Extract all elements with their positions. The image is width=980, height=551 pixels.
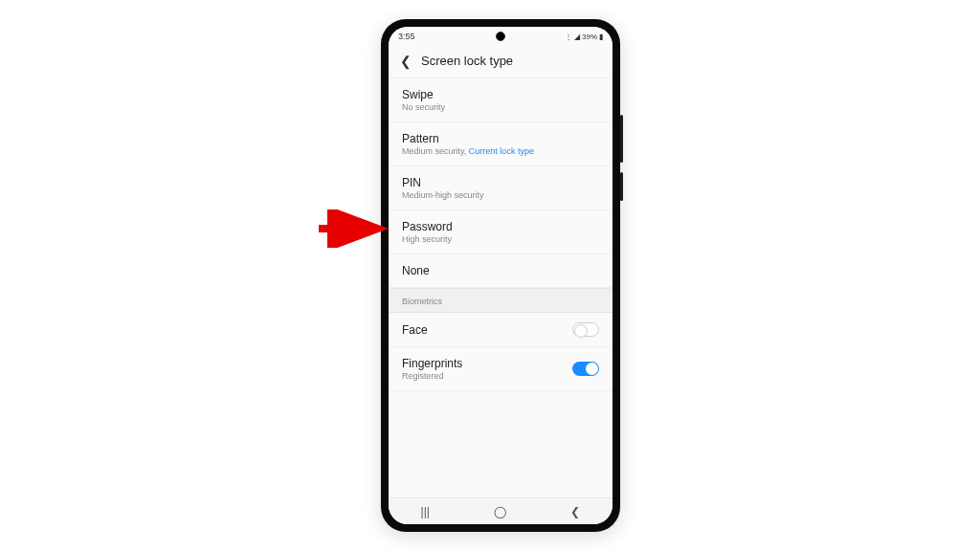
status-right: ⋮ ◢ 39% ▮ [565,33,603,41]
page-title: Screen lock type [421,54,513,68]
battery-icon: ▮ [599,33,603,41]
navigation-bar: ||| ◯ ❮ [389,497,612,524]
lock-option-none[interactable]: None [389,254,612,288]
fingerprints-toggle[interactable] [572,362,599,376]
phone-side-button [620,115,623,163]
phone-screen: 3:55 ⋮ ◢ 39% ▮ ❮ Screen lock type Swipe … [389,27,612,524]
battery-text: 39% [582,33,597,41]
item-title: None [402,264,599,277]
item-subtitle: High security [402,234,599,244]
lock-option-password[interactable]: Password High security [389,210,612,254]
annotation-arrow [314,209,390,248]
item-title: PIN [402,176,599,189]
camera-hole [496,32,505,41]
item-title: Face [402,323,572,337]
lock-option-swipe[interactable]: Swipe No security [389,78,612,122]
status-time: 3:55 [398,32,415,41]
face-toggle[interactable] [572,322,599,337]
phone-side-button-2 [620,172,623,201]
current-lock-label: Current lock type [469,146,534,156]
page-header: ❮ Screen lock type [389,46,612,78]
biometrics-section-header: Biometrics [389,288,612,313]
item-title: Pattern [402,132,599,145]
item-subtitle: Registered [402,371,572,381]
biometric-fingerprints[interactable]: Fingerprints Registered [389,347,612,391]
home-icon[interactable]: ◯ [494,505,506,518]
biometric-face[interactable]: Face [389,313,612,347]
phone-frame: 3:55 ⋮ ◢ 39% ▮ ❮ Screen lock type Swipe … [381,19,620,532]
recents-icon[interactable]: ||| [421,505,430,518]
item-title: Swipe [402,88,599,101]
signal-icon: ◢ [574,33,580,41]
content-area: Swipe No security Pattern Medium securit… [389,78,612,497]
wifi-icon: ⋮ [565,33,572,41]
nav-back-icon[interactable]: ❮ [570,505,580,518]
lock-option-pattern[interactable]: Pattern Medium security, Current lock ty… [389,122,612,166]
item-subtitle: No security [402,102,599,112]
item-subtitle: Medium-high security [402,190,599,200]
item-subtitle: Medium security, Current lock type [402,146,599,156]
back-icon[interactable]: ❮ [400,55,412,68]
item-title: Password [402,220,599,233]
item-title: Fingerprints [402,357,572,370]
lock-option-pin[interactable]: PIN Medium-high security [389,166,612,210]
